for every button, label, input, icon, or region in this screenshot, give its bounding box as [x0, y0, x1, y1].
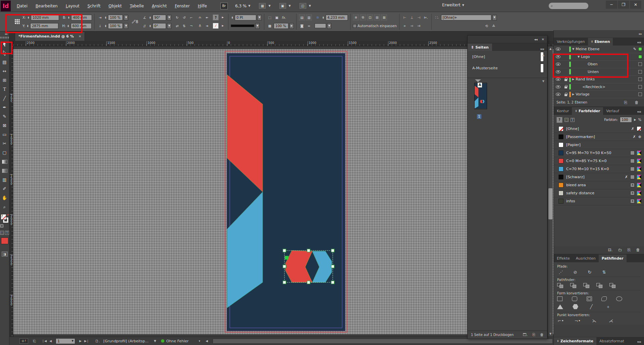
distribute-left-icon[interactable]: ⫢	[402, 23, 408, 29]
frame-tool[interactable]: ⊠	[1, 121, 9, 130]
swatch-safety-distance[interactable]: safety distance	[554, 189, 644, 197]
visibility-eye-icon[interactable]	[554, 63, 562, 66]
hand-tool[interactable]: ✋	[1, 193, 9, 202]
distribute-center-icon[interactable]: ⫤	[409, 23, 415, 29]
zoom-tool[interactable]: ⌕	[1, 202, 9, 211]
panel-menu-icon[interactable]: ▾≡	[637, 110, 644, 115]
swatch-bleed-area[interactable]: bleed area	[554, 181, 644, 189]
select-down-icon[interactable]: ↠	[204, 23, 210, 29]
first-page-icon[interactable]: ❘◀	[41, 339, 48, 343]
visibility-eye-icon[interactable]	[554, 93, 562, 96]
convert-orthogonal-line-icon[interactable]: ＋	[604, 304, 612, 310]
center-content-icon[interactable]: ⊡	[367, 14, 373, 20]
apply-color-button[interactable]	[1, 237, 8, 244]
convert-line-icon[interactable]: ╱	[588, 304, 595, 309]
panel-menu-icon[interactable]: ▾≡	[637, 340, 644, 345]
flip-horizontal-icon[interactable]: ⇄	[174, 23, 180, 29]
scroll-up-icon[interactable]: ▲	[548, 46, 553, 52]
fit-proportionally-icon[interactable]: ⊞	[374, 14, 380, 20]
new-page-icon[interactable]: ⎘	[532, 333, 535, 337]
last-page-icon[interactable]: ▶❘	[83, 339, 90, 343]
menu-objekt[interactable]: Objekt	[105, 4, 126, 8]
select-up-icon[interactable]: ⫚	[197, 23, 203, 29]
tab-seiten[interactable]: ⇕ Seiten	[468, 44, 492, 51]
master-none-row[interactable]: [Ohne]	[468, 51, 547, 62]
wrap-bounding-box-icon[interactable]: ▥	[306, 14, 312, 20]
tab-pathfinder[interactable]: Pathfinder	[599, 255, 627, 262]
close-button[interactable]: ✕	[630, 1, 641, 9]
fx-icon[interactable]: fx.	[281, 14, 287, 20]
y-field[interactable]: 2875 mm	[30, 23, 58, 29]
master-a-row[interactable]: A-Musterseite	[468, 62, 547, 74]
clear-overrides-icon[interactable]: ⟲	[484, 23, 490, 29]
scrollbar-thumb[interactable]	[548, 188, 552, 219]
pathfinder-intersect-icon[interactable]	[583, 283, 589, 288]
eyedropper-tool[interactable]: ✐	[1, 184, 9, 193]
expand-dock-icon[interactable]: ▸▸	[639, 32, 642, 36]
scale-y-field[interactable]: 100 %	[108, 23, 123, 29]
menu-ansicht[interactable]: Ansicht	[148, 4, 171, 8]
visibility-eye-icon[interactable]	[554, 55, 562, 58]
menu-tabelle[interactable]: Tabelle	[126, 4, 148, 8]
autofit-checkbox[interactable]	[353, 24, 357, 28]
formatting-text-button[interactable]: T	[571, 118, 575, 122]
pen-tool[interactable]: ✒	[1, 103, 9, 112]
corner-radius-field[interactable]: 4,233 mm	[326, 15, 348, 20]
rotate-ccw-icon[interactable]: ↺	[181, 14, 187, 20]
layer-row-unten[interactable]: Unten	[554, 68, 644, 76]
lock-icon[interactable]	[562, 78, 569, 81]
panel-menu-icon[interactable]: ▾≡	[540, 48, 547, 51]
rectangle-tool[interactable]: ▭	[1, 130, 9, 139]
swatch-ohne[interactable]: [Ohne] ✗	[554, 125, 644, 133]
convert-rounded-rect-icon[interactable]	[572, 296, 577, 301]
convert-symmetrical-point-icon[interactable]: ⋌	[607, 318, 615, 323]
reverse-path-icon[interactable]: ⇅	[600, 270, 608, 275]
layer-row-meine-ebene[interactable]: ▼ Meine Ebene ✎	[554, 46, 644, 53]
layer-row-rechteck[interactable]: <Rechteck>	[554, 83, 644, 91]
b-field[interactable]: 400 mm	[71, 15, 92, 20]
selection-indicator[interactable]	[638, 70, 642, 74]
pathfinder-minus-back-icon[interactable]	[609, 283, 615, 288]
convert-polygon-icon[interactable]	[573, 304, 578, 309]
swap-fill-stroke-icon[interactable]: ⇄	[7, 213, 9, 216]
align-more-icon[interactable]: ⊨.	[423, 14, 429, 20]
expander-icon[interactable]: ▼	[572, 48, 574, 51]
tab-verlauf[interactable]: Verlauf	[603, 107, 622, 115]
swatch-c70[interactable]: C=70 M=10 Y=15 K=0	[554, 165, 644, 173]
selection-indicator[interactable]	[638, 47, 642, 51]
zoom-level-dropdown[interactable]: 6,3 %▼	[235, 4, 250, 8]
default-fill-stroke-icon[interactable]	[0, 224, 3, 227]
delete-layer-icon[interactable]: 🗑	[635, 100, 639, 105]
lock-icon[interactable]	[562, 85, 569, 88]
selection-tool[interactable]	[1, 40, 9, 49]
delete-page-icon[interactable]: 🗑	[540, 333, 544, 337]
previous-page-icon[interactable]: ◀	[48, 339, 53, 343]
preflight-icon[interactable]: ⊙!	[19, 338, 28, 344]
tab-farbfelder[interactable]: ⇕ Farbfelder	[572, 107, 603, 115]
pathfinder-subtract-icon[interactable]	[570, 283, 576, 288]
direct-selection-tool[interactable]	[1, 49, 9, 58]
selection-indicator[interactable]	[638, 77, 642, 81]
align-left-icon[interactable]: ⊢	[402, 14, 408, 20]
chevron-down-icon[interactable]: ▼	[167, 23, 171, 29]
menu-hilfe[interactable]: Hilfe	[194, 4, 211, 8]
transparency-icon[interactable]: ▣	[274, 14, 280, 20]
join-path-icon[interactable]: ⋰	[557, 270, 565, 275]
tab-effekte[interactable]: Effekte	[554, 255, 573, 262]
master-page-thumbnail[interactable]	[540, 64, 544, 73]
scroll-down-icon[interactable]: ▼	[542, 80, 544, 83]
shear-field[interactable]: 0°	[153, 23, 166, 29]
gradient-tool[interactable]	[1, 157, 9, 166]
view-options-dropdown[interactable]: ▦▼	[259, 3, 270, 9]
x-field[interactable]: 1020 mm	[31, 15, 59, 20]
expander-icon[interactable]: ▶	[572, 78, 574, 81]
menu-layout[interactable]: Layout	[62, 4, 84, 8]
convert-fancy-rect-icon[interactable]	[601, 296, 607, 301]
select-content-icon[interactable]: ¬	[188, 23, 194, 29]
object-style-dropdown[interactable]: [Ohne]+	[441, 15, 491, 20]
rotation-field[interactable]: 90°	[153, 15, 166, 20]
selection-indicator[interactable]	[638, 85, 642, 89]
menu-datei[interactable]: Datei	[13, 4, 32, 8]
convert-corner-point-icon[interactable]: ¬•	[574, 318, 581, 323]
panel-menu-icon[interactable]: ▾≡	[637, 41, 644, 46]
